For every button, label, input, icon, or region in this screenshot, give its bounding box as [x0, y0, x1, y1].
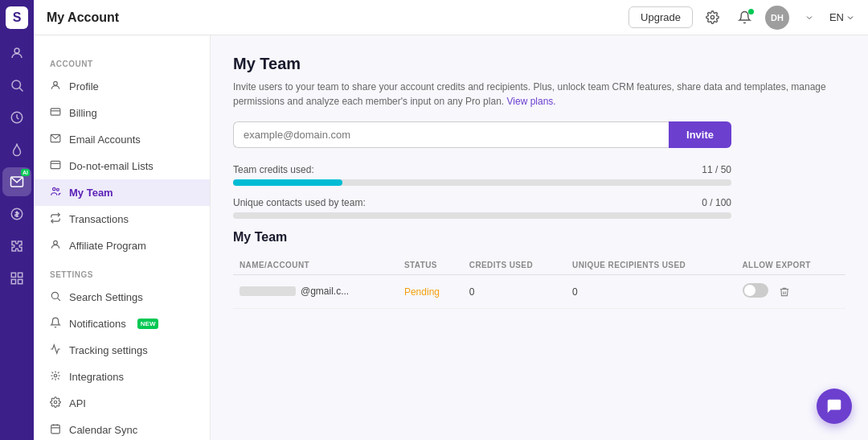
table-row: @gmail.c... Pending 0 0 [233, 275, 845, 309]
chat-fab-button[interactable] [817, 389, 852, 424]
sidebar-item-api[interactable]: API [34, 390, 210, 417]
nav-icon-dollar[interactable] [2, 199, 31, 228]
ai-badge: AI [21, 169, 30, 176]
svg-point-12 [54, 81, 58, 85]
sidebar-item-billing[interactable]: Billing [34, 100, 210, 126]
app-logo: S [6, 6, 28, 29]
svg-rect-8 [18, 273, 23, 277]
cell-email: @gmail.c... [233, 275, 398, 309]
cell-allow-export [736, 275, 846, 309]
sidebar-item-profile[interactable]: Profile [34, 73, 210, 100]
credits-progress-fill [233, 179, 342, 186]
table-header-row: NAME/ACCOUNT STATUS CREDITS USED UNIQUE … [233, 256, 845, 275]
nav-icon-grid[interactable] [2, 264, 31, 293]
team-table: NAME/ACCOUNT STATUS CREDITS USED UNIQUE … [233, 256, 845, 309]
svg-rect-16 [51, 161, 60, 168]
billing-icon [50, 106, 61, 120]
cell-status: Pending [398, 275, 463, 309]
svg-point-1 [12, 80, 21, 89]
svg-point-23 [54, 374, 57, 377]
calendar-sync-icon [50, 423, 61, 437]
notifications-sidebar-icon [50, 317, 61, 331]
team-credits-row: Team credits used: 11 / 50 [233, 164, 731, 175]
contacts-progress-bg [233, 212, 731, 219]
svg-point-18 [53, 187, 56, 191]
sidebar-item-calendar-sync[interactable]: Calendar Sync [34, 417, 210, 440]
svg-point-24 [54, 401, 57, 404]
notifications-icon[interactable] [733, 6, 757, 30]
svg-rect-7 [11, 273, 15, 277]
topbar: My Account Upgrade DH EN [34, 0, 868, 35]
col-name-account: NAME/ACCOUNT [233, 256, 398, 275]
page-description: Invite users to your team to share your … [233, 80, 845, 109]
settings-icon[interactable] [701, 6, 725, 30]
nav-rail: S AI [0, 0, 34, 440]
contacts-row: Unique contacts used by team: 0 / 100 [233, 197, 731, 208]
sidebar-item-transactions[interactable]: Transactions [34, 206, 210, 232]
avatar-dropdown-icon[interactable] [797, 6, 821, 30]
integrations-icon [50, 370, 61, 384]
api-icon [50, 397, 61, 410]
sidebar-item-notifications[interactable]: Notifications NEW [34, 310, 210, 337]
sidebar: ACCOUNT Profile Billing Email Accounts [34, 35, 211, 440]
sidebar-item-do-not-email[interactable]: Do-not-email Lists [34, 153, 210, 179]
svg-point-20 [54, 241, 58, 245]
nav-icon-person[interactable] [2, 39, 31, 68]
upgrade-button[interactable]: Upgrade [628, 6, 693, 28]
svg-rect-13 [51, 109, 60, 115]
tracking-icon [50, 343, 61, 357]
page-title: My Account [47, 10, 628, 25]
my-team-icon [50, 186, 61, 199]
col-unique-recipients: UNIQUE RECIPIENTS USED [566, 256, 735, 275]
nav-icon-mail[interactable]: AI [2, 167, 31, 196]
svg-rect-25 [51, 425, 60, 434]
main-panel: My Team Invite users to your team to sha… [211, 35, 868, 440]
status-badge: Pending [404, 286, 440, 298]
content-area: ACCOUNT Profile Billing Email Accounts [34, 35, 868, 440]
nav-icon-fire[interactable] [2, 135, 31, 164]
my-team-heading: My Team [233, 55, 845, 73]
new-badge: NEW [137, 319, 159, 329]
cell-credits-used: 0 [463, 275, 566, 309]
do-not-email-icon [50, 159, 61, 173]
language-selector[interactable]: EN [829, 11, 855, 23]
nav-icon-puzzle[interactable] [2, 232, 31, 261]
affiliate-icon [50, 239, 61, 253]
delete-member-button[interactable] [779, 287, 790, 300]
invite-button[interactable]: Invite [669, 121, 731, 148]
col-allow-export: ALLOW EXPORT [736, 256, 846, 275]
account-section-title: ACCOUNT [34, 55, 210, 73]
email-blur-block [240, 286, 296, 296]
sidebar-item-email-accounts[interactable]: Email Accounts [34, 126, 210, 153]
svg-point-19 [56, 188, 59, 191]
email-accounts-icon [50, 133, 61, 146]
sidebar-item-tracking[interactable]: Tracking settings [34, 337, 210, 364]
transactions-icon [50, 212, 61, 226]
notification-dot [748, 9, 754, 14]
svg-line-22 [58, 298, 60, 301]
nav-icon-clock[interactable] [2, 103, 31, 132]
allow-export-toggle[interactable] [743, 283, 768, 298]
nav-icon-search[interactable] [2, 71, 31, 100]
svg-point-0 [14, 48, 19, 53]
avatar[interactable]: DH [765, 6, 789, 30]
svg-rect-9 [11, 280, 15, 284]
svg-rect-10 [18, 280, 23, 284]
view-plans-link[interactable]: View plans. [507, 96, 556, 107]
sidebar-item-my-team[interactable]: My Team [34, 179, 210, 206]
team-table-heading: My Team [233, 230, 845, 245]
sidebar-item-search-settings[interactable]: Search Settings [34, 284, 210, 310]
search-settings-icon [50, 290, 61, 304]
sidebar-item-affiliate[interactable]: Affiliate Program [34, 232, 210, 259]
col-credits-used: CREDITS USED [463, 256, 566, 275]
svg-line-2 [19, 88, 23, 91]
cell-unique-recipients: 0 [566, 275, 735, 309]
invite-email-input[interactable] [233, 121, 669, 148]
sidebar-item-integrations[interactable]: Integrations [34, 364, 210, 390]
email-cell-content: @gmail.c... [240, 286, 349, 297]
settings-section-title: SETTINGS [34, 265, 210, 284]
svg-point-21 [51, 292, 58, 298]
profile-icon [50, 80, 61, 93]
main-container: My Account Upgrade DH EN ACCOUNT [34, 0, 868, 440]
invite-row: Invite [233, 121, 731, 148]
